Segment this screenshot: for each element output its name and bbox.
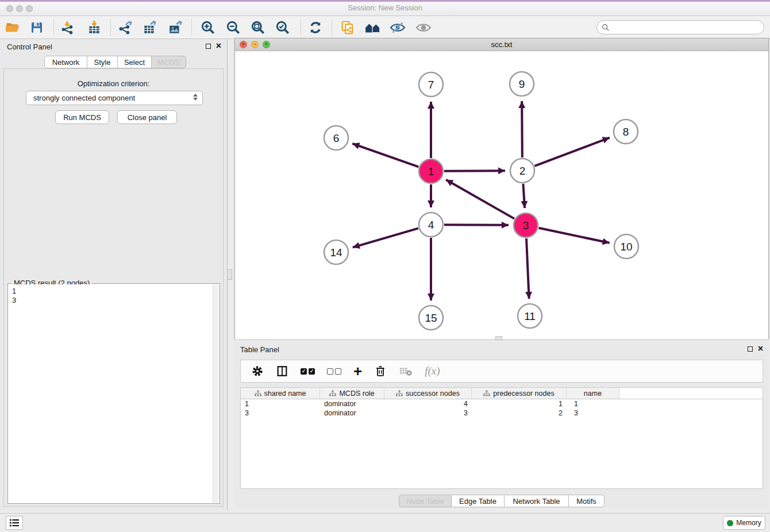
control-panel-tabs: Network Style Select MCDS <box>44 56 186 68</box>
graph-node-1[interactable]: 1 <box>419 159 443 183</box>
column-header-name[interactable]: name <box>567 388 619 399</box>
open-folder-icon <box>5 20 20 35</box>
graph-edge-2-9[interactable] <box>522 101 522 157</box>
float-table-panel-icon[interactable] <box>748 346 753 352</box>
result-scrollbar[interactable] <box>213 284 219 503</box>
panel-splitter-handle[interactable] <box>227 269 232 280</box>
graph-edge-1-2[interactable] <box>444 171 505 171</box>
tab-style[interactable]: Style <box>87 56 118 68</box>
criterion-select[interactable]: strongly connected component <box>26 91 203 105</box>
table-row[interactable]: 3 dominator 3 2 3 <box>241 408 763 418</box>
import-table-icon <box>87 20 102 35</box>
deselect-all-rows-button[interactable] <box>327 363 341 379</box>
mcds-result-box: MCDS result (2 nodes) 1 3 <box>7 283 220 504</box>
close-panel-icon[interactable]: × <box>216 41 221 51</box>
graph-edge-2-3[interactable] <box>523 184 525 208</box>
toolbar-separator <box>191 20 192 36</box>
tab-edge-table[interactable]: Edge Table <box>452 495 505 507</box>
memory-button[interactable]: Memory <box>723 516 765 530</box>
graph-node-4[interactable]: 4 <box>419 213 443 237</box>
zoom-selected-button[interactable] <box>272 17 293 38</box>
mcds-result-list[interactable]: 1 3 <box>9 284 213 503</box>
import-table-button[interactable] <box>84 17 105 38</box>
tab-network-table[interactable]: Network Table <box>505 495 569 507</box>
tab-mcds[interactable]: MCDS <box>152 56 186 68</box>
zoom-in-button[interactable] <box>198 17 218 38</box>
graph-node-3[interactable]: 3 <box>514 213 538 237</box>
svg-text:10: 10 <box>620 241 632 253</box>
cell-predecessor-nodes: 1 <box>472 400 567 408</box>
tab-node-table[interactable]: Node Table <box>399 495 452 507</box>
zoom-out-button[interactable] <box>223 17 244 38</box>
first-neighbors-button[interactable] <box>363 17 383 38</box>
column-header-mcds-role[interactable]: MCDS role <box>320 388 384 399</box>
network-window-titlebar[interactable]: × − + scc.txt <box>235 38 768 51</box>
svg-text:8: 8 <box>623 126 629 138</box>
svg-text:9: 9 <box>519 78 525 90</box>
gear-icon <box>251 365 264 377</box>
close-panel-button[interactable]: Close panel <box>117 110 177 124</box>
graph-node-8[interactable]: 8 <box>614 119 638 144</box>
run-mcds-button[interactable]: Run MCDS <box>55 110 109 124</box>
graph-node-2[interactable]: 2 <box>510 159 534 183</box>
toolbar-separator <box>110 20 111 36</box>
select-all-rows-button[interactable]: ✓ ✓ <box>301 363 315 379</box>
import-network-button[interactable] <box>57 17 78 38</box>
graph-node-14[interactable]: 14 <box>324 240 348 264</box>
show-column-panel-button[interactable] <box>276 363 288 379</box>
graph-edge-3-1[interactable] <box>446 180 514 219</box>
cell-name: 1 <box>567 400 619 408</box>
save-session-button[interactable] <box>26 17 47 38</box>
graph-edge-4-3[interactable] <box>444 225 509 225</box>
search-field[interactable] <box>596 20 764 34</box>
show-all-button[interactable] <box>413 17 434 38</box>
graph-node-11[interactable]: 11 <box>518 304 542 328</box>
graph-edge-4-14[interactable] <box>353 228 418 247</box>
column-header-successor-nodes[interactable]: successor nodes <box>384 388 472 399</box>
shared-column-icon <box>396 390 403 397</box>
close-table-panel-icon[interactable]: × <box>758 344 763 354</box>
open-session-button[interactable] <box>2 17 23 38</box>
column-header-shared-name[interactable]: shared name <box>241 388 320 399</box>
graph-node-15[interactable]: 15 <box>419 306 443 330</box>
export-table-button[interactable] <box>140 17 160 38</box>
graph-edge-3-11[interactable] <box>526 238 529 299</box>
network-canvas[interactable]: 1234678910111415 <box>235 51 768 339</box>
export-network-icon <box>118 20 133 35</box>
graph-node-7[interactable]: 7 <box>419 72 443 97</box>
houses-icon <box>364 20 382 35</box>
delete-column-button[interactable] <box>374 363 387 379</box>
checked-checkbox-icon: ✓ <box>309 368 315 375</box>
export-image-button[interactable] <box>165 17 186 38</box>
table-panel-tabs: Node Table Edge Table Network Table Moti… <box>399 495 605 507</box>
table-row[interactable]: 1 dominator 4 1 1 <box>241 399 763 408</box>
mcds-panel: Optimization criterion: strongly connect… <box>3 68 224 507</box>
graph-edge-2-8[interactable] <box>535 138 610 166</box>
shared-column-icon <box>483 390 490 397</box>
window-splitter-handle[interactable] <box>495 336 502 340</box>
clone-network-button[interactable] <box>337 17 358 38</box>
svg-text:7: 7 <box>428 79 434 91</box>
unchecked-checkbox-icon <box>327 368 333 375</box>
graph-node-6[interactable]: 6 <box>324 126 348 150</box>
graph-node-9[interactable]: 9 <box>510 72 534 96</box>
tab-network[interactable]: Network <box>44 56 87 68</box>
column-header-predecessor-nodes[interactable]: predecessor nodes <box>472 388 567 399</box>
table-settings-button[interactable] <box>251 363 264 379</box>
svg-text:11: 11 <box>524 310 536 322</box>
hide-selected-button[interactable] <box>387 17 408 38</box>
refresh-button[interactable] <box>305 17 326 38</box>
add-column-button[interactable]: + <box>353 363 362 379</box>
tab-motifs[interactable]: Motifs <box>569 495 605 507</box>
float-panel-icon[interactable] <box>206 44 211 49</box>
zoom-fit-button[interactable] <box>248 17 268 38</box>
graph-edge-1-6[interactable] <box>352 144 418 167</box>
header-filler <box>619 388 763 399</box>
node-table[interactable]: shared name MCDS role successor nodes pr… <box>240 387 763 489</box>
task-history-button[interactable] <box>6 516 23 530</box>
search-input[interactable] <box>610 22 764 33</box>
export-network-button[interactable] <box>115 17 136 38</box>
graph-edge-3-10[interactable] <box>539 228 610 243</box>
graph-node-10[interactable]: 10 <box>614 234 638 259</box>
tab-select[interactable]: Select <box>118 56 152 68</box>
